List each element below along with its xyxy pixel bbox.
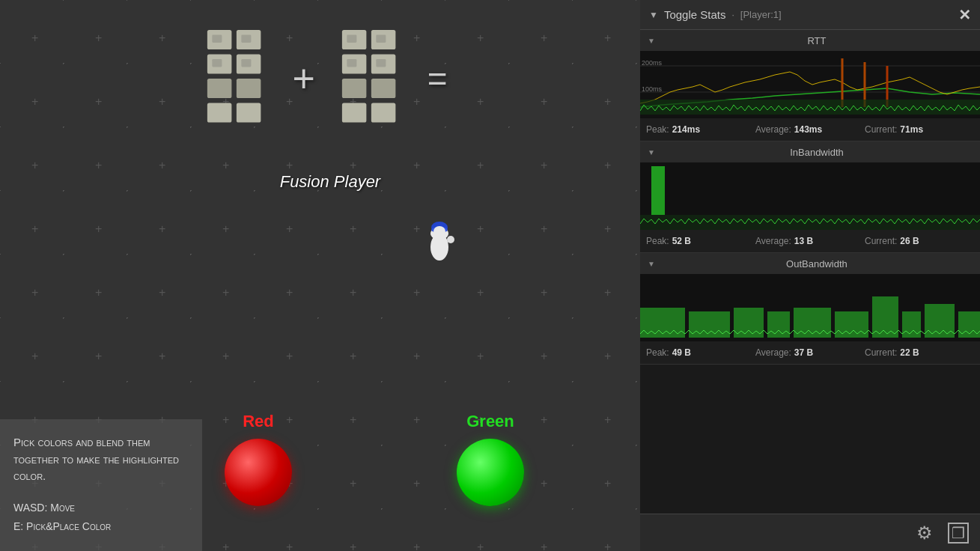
grid-cross: + <box>604 541 611 551</box>
rtt-avg-val: 143ms <box>794 124 822 135</box>
grid-cross: + <box>350 477 356 490</box>
inbandwidth-collapse-arrow[interactable]: ▼ <box>648 148 655 156</box>
rtt-avg: Average: 143ms <box>755 124 865 135</box>
rtt-title: RTT <box>661 35 973 46</box>
grid-cross: + <box>350 286 356 299</box>
svg-rect-43 <box>689 311 730 338</box>
green-color-orb[interactable] <box>457 439 524 506</box>
grid-cross: + <box>222 350 229 363</box>
svg-point-28 <box>433 226 445 237</box>
rtt-collapse-arrow[interactable]: ▼ <box>648 37 655 45</box>
outbandwidth-chart-area <box>640 274 980 341</box>
grid-cross: + <box>541 477 547 490</box>
inbandwidth-avg: Average: 13 B <box>755 236 865 246</box>
grid-cross: + <box>541 350 547 363</box>
svg-rect-16 <box>342 79 367 98</box>
rtt-peak-val: 214ms <box>672 124 700 135</box>
instructions-text: Pick colors and blend them together to m… <box>13 434 189 485</box>
dropdown-arrow-icon[interactable]: ▼ <box>649 10 658 20</box>
grid-cross: + <box>477 95 484 109</box>
grid-cross: + <box>286 541 293 551</box>
grid-cross: + <box>541 222 547 236</box>
grid-cross: + <box>222 159 229 172</box>
grid-cross: + <box>31 350 38 363</box>
outbandwidth-collapse-arrow[interactable]: ▼ <box>648 260 655 268</box>
svg-rect-22 <box>347 59 356 67</box>
close-button[interactable]: ✕ <box>958 6 971 24</box>
grid-cross: + <box>604 31 611 45</box>
red-color-area[interactable]: Red <box>225 412 292 506</box>
inbandwidth-section: ▼ InBandwidth Peak: 52 B Average: 13 B <box>640 141 980 253</box>
equation-area: + = <box>195 30 445 127</box>
svg-rect-19 <box>371 103 396 123</box>
green-color-label: Green <box>457 412 524 431</box>
gear-icon[interactable]: ⚙ <box>916 523 933 544</box>
toggle-stats-label[interactable]: Toggle Stats <box>664 8 726 21</box>
player-info: [Player:1] <box>740 9 782 20</box>
grid-cross: + <box>350 350 356 363</box>
svg-rect-23 <box>376 59 386 67</box>
outbandwidth-footer: Peak: 49 B Average: 37 B Current: 22 B <box>640 341 980 364</box>
grid-cross: + <box>222 286 229 299</box>
inbandwidth-footer: Peak: 52 B Average: 13 B Current: 26 B <box>640 230 980 252</box>
grid-cross: + <box>31 31 38 45</box>
instructions-box: Pick colors and blend them together to m… <box>0 419 202 551</box>
inbandwidth-cur-val: 26 B <box>900 236 919 246</box>
svg-rect-20 <box>347 35 356 43</box>
grid-cross: + <box>95 31 102 45</box>
green-color-area[interactable]: Green <box>457 412 524 506</box>
red-color-orb[interactable] <box>225 439 292 506</box>
grid-cross: + <box>541 286 547 299</box>
svg-rect-40 <box>640 215 980 230</box>
svg-point-29 <box>447 236 454 243</box>
grid-cross: + <box>541 31 547 45</box>
outbandwidth-avg-label: Average: <box>755 347 791 358</box>
grid-cross: + <box>477 159 484 172</box>
svg-rect-45 <box>767 311 790 338</box>
outbandwidth-peak: Peak: 49 B <box>646 347 755 358</box>
grid-cross: + <box>541 541 547 551</box>
outbandwidth-cur: Current: 22 B <box>865 347 974 358</box>
inbandwidth-peak-val: 52 B <box>672 236 691 246</box>
outbandwidth-section-header: ▼ OutBandwidth <box>640 253 980 274</box>
stats-panel: ▼ Toggle Stats · [Player:1] ✕ ▼ RTT 200m… <box>640 0 980 551</box>
rtt-avg-label: Average: <box>755 124 791 135</box>
outbandwidth-avg: Average: 37 B <box>755 347 865 358</box>
svg-rect-10 <box>212 59 222 67</box>
svg-text:200ms: 200ms <box>642 59 663 67</box>
block-shape-right <box>330 30 413 127</box>
outbandwidth-title: OutBandwidth <box>661 258 973 270</box>
svg-rect-50 <box>925 304 955 338</box>
svg-rect-21 <box>376 35 386 43</box>
inbandwidth-peak: Peak: 52 B <box>646 236 755 246</box>
grid-cross: + <box>413 159 420 172</box>
grid-cross: + <box>604 222 611 236</box>
grid-cross: + <box>350 413 356 427</box>
outbandwidth-peak-val: 49 B <box>672 347 691 358</box>
wasd-control: WASD: Move <box>13 499 189 517</box>
grid-cross: + <box>222 222 229 236</box>
fusion-player-label: Fusion Player <box>280 172 381 192</box>
controls-text: WASD: Move E: Pick&Place Color <box>13 499 189 536</box>
grid-cross: + <box>159 159 165 172</box>
rtt-cur-val: 71ms <box>900 124 923 135</box>
inbandwidth-avg-val: 13 B <box>794 236 813 246</box>
svg-rect-47 <box>835 311 868 338</box>
grid-cross: + <box>95 286 102 299</box>
grid-cross: + <box>286 350 293 363</box>
expand-icon[interactable]: ❒ <box>948 523 969 544</box>
grid-cross: + <box>541 413 547 427</box>
grid-cross: + <box>413 286 420 299</box>
grid-cross: + <box>541 159 547 172</box>
grid-cross: + <box>413 413 420 427</box>
rtt-section: ▼ RTT 200ms 100ms <box>640 30 980 141</box>
grid-cross: + <box>159 286 165 299</box>
svg-rect-17 <box>371 79 396 98</box>
grid-cross: + <box>477 31 484 45</box>
grid-cross: + <box>604 413 611 427</box>
e-control: E: Pick&Place Color <box>13 517 189 536</box>
svg-rect-18 <box>342 103 367 123</box>
fusion-player-area: Fusion Player <box>280 172 381 198</box>
player-character <box>423 210 460 262</box>
stats-header: ▼ Toggle Stats · [Player:1] ✕ <box>640 0 980 30</box>
